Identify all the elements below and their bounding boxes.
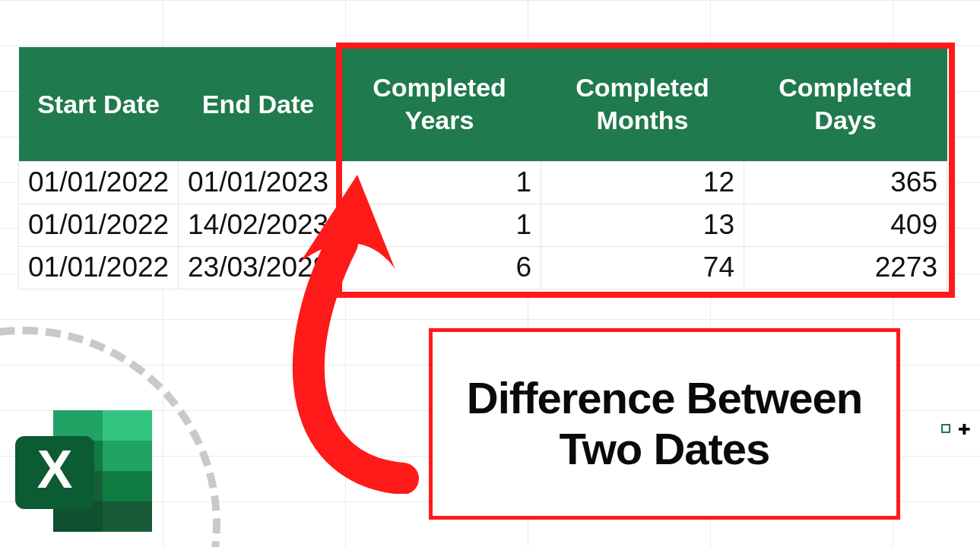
- table-header-row: Start Date End Date Completed Years Comp…: [19, 47, 947, 161]
- cell-start-date[interactable]: 01/01/2022: [19, 246, 179, 289]
- cell-months[interactable]: 13: [541, 204, 744, 246]
- table-row: 01/01/2022 14/02/2023 1 13 409: [19, 204, 947, 246]
- cell-end-date[interactable]: 01/01/2023: [179, 161, 338, 204]
- cell-days[interactable]: 365: [744, 161, 947, 204]
- svg-rect-6: [103, 471, 152, 501]
- callout-line-1: Difference Between: [467, 373, 862, 422]
- header-end-date[interactable]: End Date: [179, 47, 338, 161]
- cell-months[interactable]: 12: [541, 161, 744, 204]
- date-diff-table: Start Date End Date Completed Years Comp…: [18, 47, 947, 289]
- fill-handle[interactable]: [941, 424, 950, 433]
- cell-years[interactable]: 6: [338, 246, 541, 289]
- cell-days[interactable]: 2273: [744, 246, 947, 289]
- header-completed-years[interactable]: Completed Years: [338, 47, 541, 161]
- header-start-date[interactable]: Start Date: [19, 47, 179, 161]
- excel-icon-letter: X: [37, 440, 73, 499]
- cell-months[interactable]: 74: [541, 246, 744, 289]
- table-row: 01/01/2022 23/03/2028 6 74 2273: [19, 246, 947, 289]
- cell-years[interactable]: 1: [338, 204, 541, 246]
- cell-end-date[interactable]: 23/03/2028: [179, 246, 338, 289]
- header-completed-months[interactable]: Completed Months: [541, 47, 744, 161]
- cell-years[interactable]: 1: [338, 161, 541, 204]
- svg-rect-8: [103, 501, 152, 532]
- cell-days[interactable]: 409: [744, 204, 947, 246]
- date-diff-table-wrap: Start Date End Date Completed Years Comp…: [18, 47, 947, 289]
- spreadsheet-canvas[interactable]: Start Date End Date Completed Years Comp…: [0, 0, 980, 547]
- callout-title: Difference Between Two Dates: [467, 373, 862, 474]
- header-completed-days[interactable]: Completed Days: [744, 47, 947, 161]
- crosshair-cursor-icon: ✚: [958, 415, 971, 440]
- callout-line-2: Two Dates: [560, 424, 770, 473]
- callout-box: Difference Between Two Dates: [429, 328, 900, 520]
- cell-start-date[interactable]: 01/01/2022: [19, 161, 179, 204]
- table-row: 01/01/2022 01/01/2023 1 12 365: [19, 161, 947, 204]
- svg-rect-4: [103, 441, 152, 471]
- svg-rect-2: [103, 410, 152, 441]
- cell-start-date[interactable]: 01/01/2022: [19, 204, 179, 246]
- cell-end-date[interactable]: 14/02/2023: [179, 204, 338, 246]
- excel-app-icon: X: [9, 403, 161, 539]
